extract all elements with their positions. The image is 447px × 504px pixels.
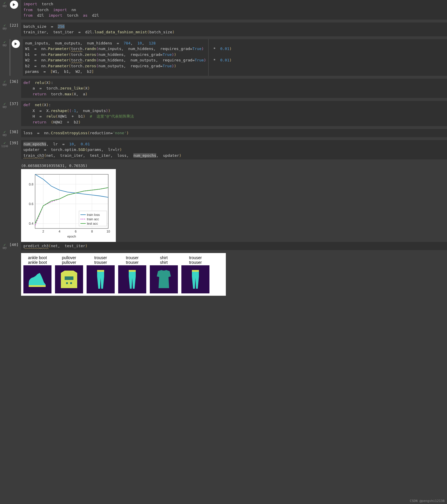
run-cell-button[interactable] xyxy=(12,40,20,48)
exec-count: [22] xyxy=(9,23,21,36)
prediction-item: pullover pullover xyxy=(55,255,83,293)
exec-count: [37] xyxy=(9,101,21,126)
prediction-output: ankle boot ankle boot pullover pullover … xyxy=(21,253,226,296)
fashion-thumbnail xyxy=(150,265,178,293)
notebook-cell: ✓0秒[22]batch_size = 256 train_iter, test… xyxy=(0,23,447,36)
svg-text:0.6: 0.6 xyxy=(29,202,33,206)
code-editor[interactable]: num_epochs, lr = 10, 0.01 updater = torc… xyxy=(21,140,447,160)
cell-status-gutter: ✓0秒 xyxy=(0,129,9,137)
cell-status-gutter: ✓1分钟 xyxy=(0,140,9,160)
notebook-cell: ✓0秒[36]def relu(X): a = torch.zeros_like… xyxy=(0,79,447,98)
check-icon: ✓ xyxy=(0,80,9,83)
predicted-label: ankle boot xyxy=(23,255,51,260)
notebook-cell: ✓1分钟[39]num_epochs, lr = 10, 0.01 update… xyxy=(0,140,447,160)
svg-text:2: 2 xyxy=(42,230,44,233)
prediction-item: trouser trouser xyxy=(118,255,146,293)
code-editor[interactable]: num_inputs, num_outputs, num_hiddens = 7… xyxy=(23,39,447,76)
fashion-thumbnail xyxy=(87,265,115,293)
exec-count xyxy=(11,39,23,76)
exec-timer: 0秒 xyxy=(0,27,9,30)
fashion-thumbnail xyxy=(23,265,51,293)
true-label: trouser xyxy=(118,260,146,265)
exec-count xyxy=(9,0,21,20)
true-label: shirt xyxy=(150,260,178,265)
true-label: pullover xyxy=(55,260,83,265)
prediction-item: ankle boot ankle boot xyxy=(23,255,51,293)
active-cell-indicator xyxy=(9,39,11,76)
true-label: trouser xyxy=(87,260,115,265)
code-editor[interactable]: loss = nn.CrossEntropyLoss(reduction='no… xyxy=(21,129,447,137)
exec-count: [36] xyxy=(9,79,21,98)
predicted-label: shirt xyxy=(150,255,178,260)
fashion-thumbnail xyxy=(55,265,83,293)
svg-text:4: 4 xyxy=(59,230,60,233)
cell-status-gutter: ✓0秒 xyxy=(0,242,9,250)
exec-count: [38] xyxy=(9,129,21,137)
notebook-cell: ✓0秒[38]loss = nn.CrossEntropyLoss(reduct… xyxy=(0,129,447,137)
check-icon: ✓ xyxy=(0,1,9,5)
notebook-cell: ✓0秒[37]def net(X): X = X.reshape((-1, nu… xyxy=(0,101,447,126)
check-icon: ✓ xyxy=(0,102,9,106)
svg-text:epoch: epoch xyxy=(67,235,76,238)
svg-text:0.8: 0.8 xyxy=(29,183,33,186)
exec-timer: 0秒 xyxy=(0,83,9,87)
predicted-label: trouser xyxy=(87,255,115,260)
svg-rect-27 xyxy=(70,282,72,284)
exec-timer: 0秒 xyxy=(0,134,9,137)
exec-timer: 0秒 xyxy=(0,247,9,250)
check-icon: ✓ xyxy=(0,130,9,134)
exec-timer: 1分钟 xyxy=(0,145,9,148)
check-icon: ✓ xyxy=(0,141,9,145)
code-editor[interactable]: predict_ch3(net, test_iter) xyxy=(21,242,447,250)
exec-timer: 0秒 xyxy=(0,44,9,47)
training-chart: 2468100.40.60.8epochtrain losstrain acct… xyxy=(23,171,111,239)
chart-output: 2468100.40.60.8epochtrain losstrain acct… xyxy=(21,169,116,242)
cell-status-gutter: ✓0秒 xyxy=(0,23,9,36)
prediction-item: trouser trouser xyxy=(181,255,209,293)
code-editor[interactable]: batch_size = 256 train_iter, test_iter =… xyxy=(21,23,447,36)
cell-status-gutter: ✓0秒 xyxy=(0,79,9,98)
svg-text:train loss: train loss xyxy=(87,213,100,216)
code-editor[interactable]: def relu(X): a = torch.zeros_like(X) ret… xyxy=(21,79,447,98)
prediction-item: trouser trouser xyxy=(87,255,115,293)
fashion-thumbnail xyxy=(181,265,209,293)
true-label: ankle boot xyxy=(23,260,51,265)
check-icon: ✓ xyxy=(0,40,9,44)
predicted-label: pullover xyxy=(55,255,83,260)
svg-text:8: 8 xyxy=(91,230,93,233)
prediction-item: shirt shirt xyxy=(150,255,178,293)
code-editor[interactable]: def net(X): X = X.reshape((-1, num_input… xyxy=(21,101,447,126)
exec-timer: 0秒 xyxy=(0,5,9,8)
fashion-thumbnail xyxy=(118,265,146,293)
cell-status-gutter: ✓0秒 xyxy=(0,101,9,126)
svg-text:test acc: test acc xyxy=(87,222,98,225)
code-editor[interactable]: import torch from torch import nn from d… xyxy=(21,0,447,20)
true-label: trouser xyxy=(181,260,209,265)
svg-text:train acc: train acc xyxy=(87,217,99,221)
run-cell-button[interactable] xyxy=(10,1,18,9)
cell-status-gutter: ✓0秒 xyxy=(0,39,9,76)
predicted-label: trouser xyxy=(181,255,209,260)
exec-count: [40] xyxy=(9,242,21,250)
check-icon: ✓ xyxy=(0,243,9,247)
svg-rect-26 xyxy=(66,282,68,284)
cell-status-gutter: ✓0秒 xyxy=(0,0,9,20)
predicted-label: trouser xyxy=(118,255,146,260)
exec-timer: 0秒 xyxy=(0,106,9,109)
svg-text:6: 6 xyxy=(75,230,77,233)
cell-output-text: (0.6658833010355631, 0.76535) xyxy=(21,162,447,169)
notebook-cell: ✓0秒num_inputs, num_outputs, num_hiddens … xyxy=(0,39,447,76)
notebook-cell: ✓0秒import torch from torch import nn fro… xyxy=(0,0,447,20)
check-icon: ✓ xyxy=(0,23,9,27)
exec-count: [39] xyxy=(9,140,21,160)
svg-text:0.4: 0.4 xyxy=(29,222,33,225)
svg-text:10: 10 xyxy=(106,230,110,233)
svg-rect-25 xyxy=(65,276,73,280)
notebook-cell: ✓0秒[40]predict_ch3(net, test_iter) xyxy=(0,242,447,250)
